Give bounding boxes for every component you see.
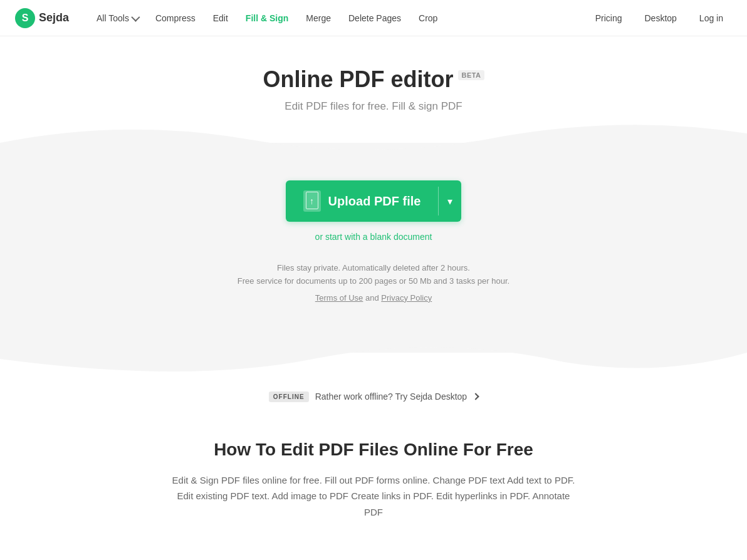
nav-item-delete-pages[interactable]: Delete Pages xyxy=(341,8,409,28)
chevron-down-icon: ▾ xyxy=(447,195,452,207)
wave-top xyxy=(0,118,747,168)
beta-badge: BETA xyxy=(458,70,484,80)
offline-banner-link[interactable]: OFFLINE Rather work offline? Try Sejda D… xyxy=(269,391,478,402)
howto-description: Edit & Sign PDF files online for free. F… xyxy=(167,472,580,521)
upload-dropdown-button[interactable]: ▾ xyxy=(439,180,461,222)
nav-login[interactable]: Log in xyxy=(691,8,732,28)
offline-badge: OFFLINE xyxy=(269,391,309,402)
privacy-note: Files stay private. Automatically delete… xyxy=(13,262,734,288)
nav-item-fill-sign[interactable]: Fill & Sign xyxy=(238,8,296,28)
blank-document-link[interactable]: or start with a blank document xyxy=(13,232,734,242)
upload-section: ↑ Upload PDF file ▾ or start with a blan… xyxy=(0,143,747,353)
logo-link[interactable]: S Sejda xyxy=(15,8,69,28)
hero-section: Online PDF editor BETA Edit PDF files fo… xyxy=(0,36,747,113)
upload-pdf-button[interactable]: ↑ Upload PDF file xyxy=(286,180,439,222)
chevron-right-icon xyxy=(472,393,479,400)
nav-item-crop[interactable]: Crop xyxy=(411,8,445,28)
terms-of-use-link[interactable]: Terms of Use xyxy=(315,293,363,303)
nav-item-compress[interactable]: Compress xyxy=(148,8,203,28)
logo-name: Sejda xyxy=(39,11,69,24)
nav-pricing[interactable]: Pricing xyxy=(587,8,631,28)
nav-item-merge[interactable]: Merge xyxy=(298,8,338,28)
nav-item-all-tools[interactable]: All Tools xyxy=(89,8,145,28)
privacy-links: Terms of Use and Privacy Policy xyxy=(13,293,734,303)
navbar: S Sejda All Tools Compress Edit Fill & S… xyxy=(0,0,747,36)
logo-icon: S xyxy=(15,8,35,28)
chevron-down-icon xyxy=(131,13,140,21)
pdf-file-icon: ↑ xyxy=(303,190,321,212)
privacy-policy-link[interactable]: Privacy Policy xyxy=(381,293,432,303)
hero-subtitle: Edit PDF files for free. Fill & sign PDF xyxy=(13,100,734,113)
nav-item-edit[interactable]: Edit xyxy=(206,8,236,28)
howto-section: How To Edit PDF Files Online For Free Ed… xyxy=(154,421,593,546)
nav-right: Pricing Desktop Log in xyxy=(587,8,732,28)
upload-button-container[interactable]: ↑ Upload PDF file ▾ xyxy=(286,180,462,222)
nav-links: All Tools Compress Edit Fill & Sign Merg… xyxy=(89,8,587,28)
hero-title: Online PDF editor BETA xyxy=(263,66,484,93)
wave-bottom xyxy=(0,328,747,378)
howto-title: How To Edit PDF Files Online For Free xyxy=(167,440,580,460)
nav-desktop[interactable]: Desktop xyxy=(635,8,685,28)
